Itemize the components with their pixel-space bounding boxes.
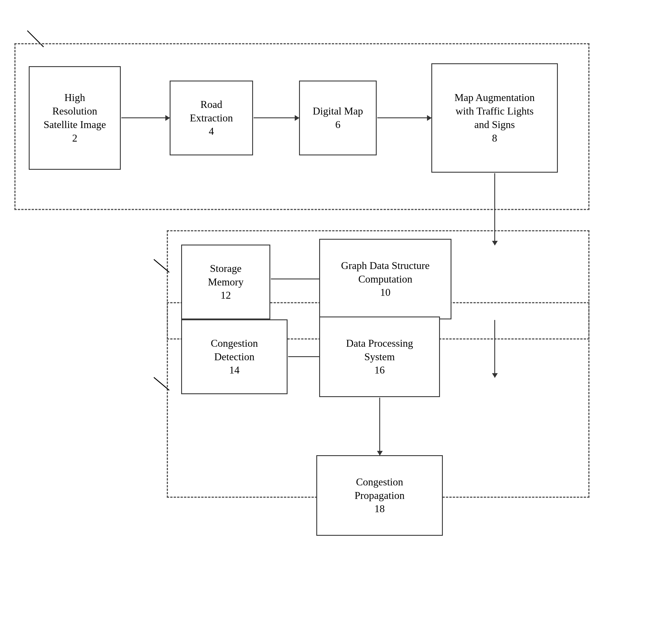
box-map-augmentation: Map Augmentationwith Traffic Lightsand S… [431, 63, 558, 173]
box-digital-map-text: Digital Map6 [313, 104, 363, 132]
box-road-extraction-text: RoadExtraction4 [190, 98, 233, 138]
box-congestion-detection: CongestionDetection14 [181, 319, 288, 394]
box-storage-memory-text: StorageMemory12 [208, 262, 244, 302]
box-map-augmentation-text: Map Augmentationwith Traffic Lightsand S… [455, 91, 535, 145]
box-data-processing: Data ProcessingSystem16 [319, 317, 440, 397]
box-graph-data-text: Graph Data StructureComputation10 [341, 259, 430, 299]
arrow-dataproc-congprop [379, 398, 380, 455]
box-graph-data: Graph Data StructureComputation10 [319, 239, 452, 319]
box-road-extraction: RoadExtraction4 [170, 80, 253, 155]
box-high-res-text: HighResolutionSatellite Image2 [44, 91, 106, 145]
box-digital-map: Digital Map6 [299, 80, 377, 155]
box-congestion-propagation-text: CongestionPropagation18 [355, 475, 405, 516]
line-storage-graph [271, 279, 319, 279]
box-congestion-propagation: CongestionPropagation18 [316, 455, 443, 536]
arrow-digital-map-aug [377, 117, 431, 118]
arrow-road-digital [254, 117, 299, 118]
arrow-highres-road [121, 117, 170, 118]
box-high-res: HighResolutionSatellite Image2 [29, 66, 121, 170]
arrow-mapaug-graph [494, 173, 495, 245]
line-cong-dataproc [288, 356, 319, 357]
box-data-processing-text: Data ProcessingSystem16 [346, 337, 413, 377]
box-storage-memory: StorageMemory12 [181, 244, 270, 319]
box-congestion-detection-text: CongestionDetection14 [211, 337, 258, 377]
arrow-graph-dataproc [494, 320, 495, 377]
